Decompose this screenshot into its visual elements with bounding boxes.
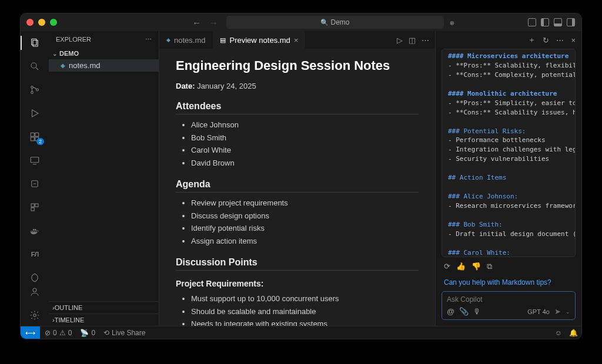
close-icon[interactable]: × [294, 36, 299, 45]
search-icon[interactable] [28, 59, 42, 73]
status-ports[interactable]: 📡0 [80, 329, 95, 337]
docker-icon[interactable] [28, 224, 42, 238]
extensions-badge: 2 [36, 138, 44, 145]
chat-more-icon[interactable]: ⋯ [556, 36, 564, 45]
tab-source-notes[interactable]: ◆ notes.md [159, 31, 213, 49]
svg-point-6 [36, 89, 39, 91]
markdown-file-icon: ◆ [166, 37, 170, 43]
svg-rect-16 [31, 208, 34, 211]
nav-forward-icon[interactable]: → [209, 18, 218, 28]
markdown-preview[interactable]: Engineering Design Session Notes Date: J… [159, 49, 435, 326]
containers-icon[interactable] [28, 200, 42, 214]
layout-customize-icon[interactable] [527, 18, 537, 27]
window-title: Demo [331, 18, 350, 26]
svg-rect-8 [31, 137, 34, 141]
sidebar-more-icon[interactable]: ⋯ [145, 36, 152, 43]
extensions-icon[interactable]: 2 [28, 130, 42, 144]
svg-rect-1 [33, 41, 38, 47]
run-icon[interactable]: ▷ [397, 36, 403, 45]
toggle-panel-icon[interactable] [553, 18, 563, 27]
remote-icon: ⟷ [25, 329, 35, 337]
explorer-icon[interactable] [28, 36, 42, 50]
copilot-panel: ＋ ↻ ⋯ × #### Microservices architecture … [436, 31, 581, 326]
window-maximize[interactable] [50, 19, 57, 26]
svg-point-18 [34, 314, 36, 317]
close-chat-icon[interactable]: × [571, 36, 576, 45]
window-minimize[interactable] [38, 19, 45, 26]
split-editor-icon[interactable]: ◫ [409, 36, 416, 45]
svg-line-3 [36, 68, 38, 70]
svg-point-2 [31, 63, 36, 68]
toggle-sidebar-right-icon[interactable] [566, 18, 576, 27]
chat-suggestion[interactable]: Can you help with Markdown tips? [436, 276, 581, 289]
status-live-share[interactable]: ⟲Live Share [103, 329, 145, 337]
agenda-heading: Agenda [176, 179, 419, 193]
svg-rect-10 [35, 133, 39, 136]
copy-icon[interactable]: ⧉ [487, 262, 492, 271]
thumbs-down-icon[interactable]: 👎 [471, 262, 481, 271]
editor-tabs: ◆ notes.md ▤ Preview notes.md × ▷ ◫ ⋯ [159, 31, 435, 49]
tab-preview-notes[interactable]: ▤ Preview notes.md × [213, 31, 306, 49]
svg-point-5 [31, 92, 34, 94]
chat-code-preview: #### Microservices architecture - **Pros… [442, 49, 576, 257]
toggle-sidebar-left-icon[interactable] [540, 18, 550, 27]
live-share-icon: ⟲ [103, 329, 109, 337]
command-center[interactable]: 🔍 Demo [226, 16, 444, 29]
figma-icon[interactable]: FЛ [28, 247, 42, 261]
status-problems[interactable]: ⊘0 ⚠0 [45, 329, 72, 337]
remote-indicator[interactable]: ⟷ [21, 326, 40, 339]
accounts-icon[interactable] [28, 285, 42, 299]
sidebar-title: EXPLORER [56, 36, 91, 43]
settings-gear-icon[interactable] [28, 308, 42, 322]
attendees-heading: Attendees [176, 101, 419, 114]
chat-input[interactable]: Ask Copilot @ 📎 🎙 GPT 4o ➤ ⌄ [442, 291, 576, 320]
mic-icon[interactable]: 🎙 [473, 307, 481, 316]
send-dropdown-icon[interactable]: ⌄ [566, 309, 570, 315]
titlebar: ← → 🔍 Demo ⎈ [21, 14, 581, 31]
svg-point-17 [33, 288, 36, 292]
testing-icon[interactable] [28, 177, 42, 191]
timeline-section[interactable]: › TIMELINE [49, 314, 159, 326]
outline-section[interactable]: › OUTLINE [49, 301, 159, 314]
mention-icon[interactable]: @ [447, 307, 454, 316]
nav-back-icon[interactable]: ← [192, 18, 201, 28]
error-icon: ⊘ [45, 329, 51, 337]
svg-point-4 [31, 86, 34, 89]
ports-icon: 📡 [80, 329, 89, 337]
discussion-heading: Discussion Points [176, 257, 419, 271]
svg-rect-7 [31, 133, 34, 136]
warning-icon: ⚠ [59, 329, 66, 337]
model-selector[interactable]: GPT 4o [527, 308, 550, 315]
thumbs-up-icon[interactable]: 👍 [456, 262, 466, 271]
svg-rect-11 [31, 157, 39, 163]
copilot-icon[interactable]: ⎈ [450, 18, 454, 27]
window-close[interactable] [26, 19, 34, 26]
source-control-icon[interactable] [28, 83, 42, 97]
feedback-icon[interactable]: ☺ [555, 329, 562, 337]
live-share-icon[interactable] [28, 271, 42, 285]
attendees-list: Alice Johnson Bob Smith Carol White Davi… [191, 119, 419, 168]
status-bar: ⟷ ⊘0 ⚠0 📡0 ⟲Live Share ☺ 🔔 [21, 326, 581, 339]
explorer-sidebar: EXPLORER ⋯ ⌄ DEMO ◆ notes.md › OUTLINE ›… [49, 31, 159, 326]
refresh-icon[interactable]: ⟳ [444, 262, 450, 271]
svg-rect-0 [32, 39, 36, 45]
new-chat-icon[interactable]: ＋ [528, 35, 536, 45]
markdown-file-icon: ◆ [61, 62, 65, 69]
attach-icon[interactable]: 📎 [459, 307, 469, 316]
send-icon[interactable]: ➤ [554, 307, 561, 316]
chevron-down-icon: ⌄ [52, 50, 57, 57]
preview-icon: ▤ [220, 36, 226, 44]
activity-bar: 2 FЛ [21, 31, 49, 326]
requirements-heading: Project Requirements: [176, 279, 419, 288]
svg-rect-14 [31, 204, 34, 207]
svg-rect-15 [35, 204, 38, 207]
more-actions-icon[interactable]: ⋯ [422, 36, 429, 45]
project-folder[interactable]: ⌄ DEMO [49, 48, 159, 59]
file-notes-md[interactable]: ◆ notes.md [49, 59, 159, 72]
notifications-icon[interactable]: 🔔 [569, 329, 578, 337]
run-debug-icon[interactable] [28, 106, 42, 120]
history-icon[interactable]: ↻ [543, 36, 549, 45]
remote-explorer-icon[interactable] [28, 153, 42, 167]
doc-title: Engineering Design Session Notes [176, 58, 419, 73]
agenda-list: Review project requirements Discuss desi… [191, 197, 419, 247]
